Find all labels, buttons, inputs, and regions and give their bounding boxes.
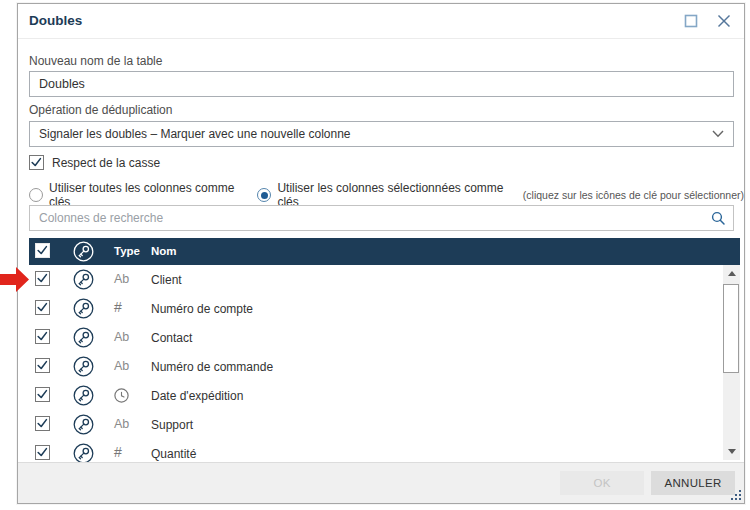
chevron-down-icon [712,130,724,138]
maximize-icon [684,14,698,28]
close-button[interactable] [715,12,733,30]
column-name: Support [151,418,193,432]
search-icon [710,210,726,226]
table-row: # Quantité [29,439,740,464]
checkmark-icon [36,271,49,286]
row-checkbox[interactable] [35,416,50,431]
key-selection-hint: (cliquez sur les icônes de clé pour séle… [523,189,744,201]
table-row: Ab Numéro de commande [29,352,740,381]
annotation-arrow-icon [0,267,30,292]
key-icon[interactable] [73,414,94,435]
column-search-input[interactable] [30,206,703,230]
search-button[interactable] [703,210,733,226]
key-icon[interactable] [73,443,94,464]
number-type-icon: # [114,299,122,315]
scroll-down-button[interactable] [723,443,740,460]
title-bar: Doubles [18,4,744,39]
text-type-icon: Ab [114,417,129,431]
column-search [29,205,734,231]
column-name: Date d'expédition [151,389,243,403]
key-icon[interactable] [73,385,94,406]
number-type-icon: # [114,444,122,460]
ok-button[interactable]: OK [560,471,644,495]
name-column-header: Nom [151,245,177,257]
triangle-down-icon [728,449,736,454]
operation-selected-value: Signaler les doubles – Marquer avec une … [39,127,351,141]
operation-label: Opération de déduplication [29,103,172,117]
type-column-header: Type [114,245,140,257]
triangle-up-icon [728,271,736,276]
case-sensitive-checkbox[interactable] [29,155,44,170]
column-name: Numéro de compte [151,302,253,316]
row-checkbox[interactable] [35,300,50,315]
column-name: Numéro de commande [151,360,273,374]
text-type-icon: Ab [114,330,129,344]
columns-list: Ab Client # Numéro de compte Ab Contact … [29,265,740,464]
close-icon [717,14,731,28]
row-checkbox[interactable] [35,329,50,344]
column-name: Client [151,273,182,287]
operation-select[interactable]: Signaler les doubles – Marquer avec une … [29,121,734,147]
row-checkbox[interactable] [35,445,50,460]
row-checkbox[interactable] [35,358,50,373]
table-row: Ab Support [29,410,740,439]
table-name-label: Nouveau nom de la table [29,54,162,68]
table-row: # Numéro de compte [29,294,740,323]
list-scrollbar[interactable] [723,265,740,460]
key-icon[interactable] [73,356,94,377]
table-name-value: Doubles [39,77,85,91]
key-icon[interactable] [73,298,94,319]
column-name: Quantité [151,447,196,461]
scrollbar-thumb[interactable] [723,284,739,373]
dialog-footer: OK ANNULER [18,462,744,503]
radio-selected-columns[interactable] [257,188,271,202]
checkmark-icon [30,155,43,170]
checkmark-icon [36,300,49,315]
date-type-icon [113,387,130,404]
table-row: Ab Client [29,265,740,294]
row-checkbox[interactable] [35,387,50,402]
key-column-icon[interactable] [73,241,94,262]
column-name: Contact [151,331,192,345]
duplicates-dialog: Doubles Nouveau nom de la table Doubles … [17,3,745,504]
key-icon[interactable] [73,327,94,348]
key-icon[interactable] [73,269,94,290]
cancel-button[interactable]: ANNULER [651,471,735,495]
maximize-button[interactable] [682,12,700,30]
row-checkbox[interactable] [35,271,50,286]
dialog-title: Doubles [29,13,82,28]
text-type-icon: Ab [114,272,129,286]
checkmark-icon [36,416,49,431]
text-type-icon: Ab [114,359,129,373]
scroll-up-button[interactable] [723,265,740,282]
table-name-input[interactable]: Doubles [29,71,734,97]
select-all-checkbox[interactable] [35,243,50,258]
table-row: Date d'expédition [29,381,740,410]
case-sensitive-row: Respect de la casse [29,155,160,170]
checkmark-icon [36,329,49,344]
checkmark-icon [36,387,49,402]
checkmark-icon [36,445,49,460]
case-sensitive-label: Respect de la casse [52,156,160,170]
columns-table-header: Type Nom [29,238,740,265]
checkmark-icon [36,243,49,258]
table-row: Ab Contact [29,323,740,352]
window-controls [682,12,733,30]
radio-all-columns[interactable] [29,188,43,202]
resize-grip[interactable] [731,490,742,501]
checkmark-icon [36,358,49,373]
